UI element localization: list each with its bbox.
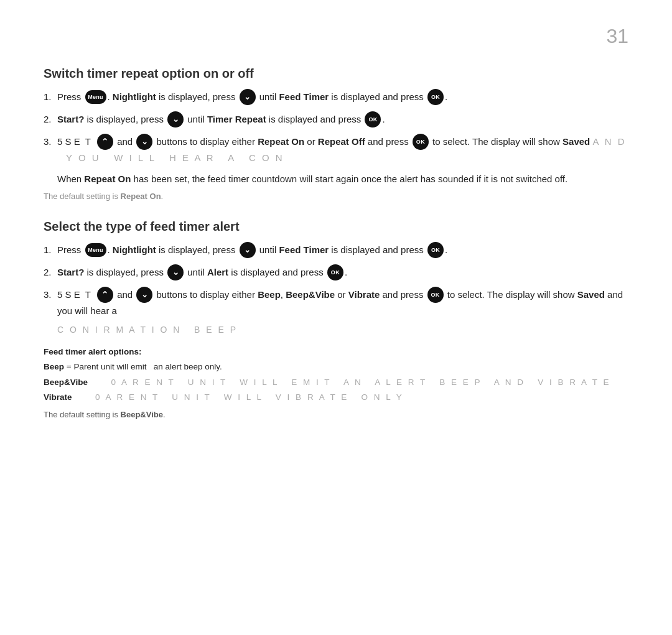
section-feed-timer-alert: Select the type of feed timer alert 1. P… bbox=[44, 220, 628, 422]
ok-button-icon-6: OK bbox=[427, 287, 444, 303]
section2-default: The default setting is Beep&Vibe. bbox=[44, 407, 628, 422]
ok-button-icon-5: OK bbox=[327, 264, 343, 280]
up-button-icon-2: ⌃ bbox=[97, 287, 113, 303]
step-1-1: 1. Press Menu. Nightlight is displayed, … bbox=[44, 90, 628, 106]
section1-title: Switch timer repeat option on or off bbox=[44, 67, 628, 81]
page-number: 31 bbox=[44, 25, 628, 48]
down-button-icon: ⌄ bbox=[240, 89, 256, 105]
confirmation-beep-text: C O N I R M A T I O N B E E P bbox=[57, 325, 628, 335]
alert-options-title: Feed timer alert options: bbox=[44, 345, 628, 359]
step-2-1: 1. Press Menu. Nightlight is displayed, … bbox=[44, 243, 628, 259]
down-button-icon-2: ⌄ bbox=[167, 111, 184, 127]
section1-note: When Repeat On has been set, the feed ti… bbox=[57, 172, 628, 187]
ok-button-icon-2: OK bbox=[365, 111, 381, 127]
alert-option-beep: Beep = Parent unit will emit an alert be… bbox=[44, 359, 628, 374]
step-2-2: 2. Start? is displayed, press ⌄ until Al… bbox=[44, 265, 628, 281]
down-button-icon-4: ⌄ bbox=[240, 242, 256, 258]
down-button-icon-6: ⌄ bbox=[136, 287, 152, 303]
section2-steps: 1. Press Menu. Nightlight is displayed, … bbox=[44, 243, 628, 318]
ok-button-icon-4: OK bbox=[427, 242, 444, 258]
alert-option-beepvibe: Beep&Vibe 0 A R E N T U N I T W I L L E … bbox=[44, 375, 628, 390]
ok-button-icon: OK bbox=[427, 89, 444, 105]
section1-steps: 1. Press Menu. Nightlight is displayed, … bbox=[44, 90, 628, 165]
alert-options-section: Feed timer alert options: Beep = Parent … bbox=[44, 345, 628, 422]
alert-option-vibrate: Vibrate 0 A R E N T U N I T W I L L V I … bbox=[44, 390, 628, 405]
menu-button-icon: Menu bbox=[85, 90, 106, 104]
step-2-3: 3. 5 S E T ⌃ and ⌄ buttons to display ei… bbox=[44, 287, 628, 318]
section1-default: The default setting is Repeat On. bbox=[44, 192, 628, 201]
down-button-icon-3: ⌄ bbox=[136, 134, 152, 150]
step-1-2: 2. Start? is displayed, press ⌄ until Ti… bbox=[44, 112, 628, 128]
section2-title: Select the type of feed timer alert bbox=[44, 220, 628, 234]
down-button-icon-5: ⌄ bbox=[167, 264, 184, 280]
section-switch-timer-repeat: Switch timer repeat option on or off 1. … bbox=[44, 67, 628, 201]
ok-button-icon-3: OK bbox=[413, 134, 429, 150]
menu-button-icon-3: Menu bbox=[85, 243, 106, 257]
step-1-3: 3. 5 S E T ⌃ and ⌄ buttons to display ei… bbox=[44, 134, 628, 165]
up-button-icon: ⌃ bbox=[97, 134, 113, 150]
